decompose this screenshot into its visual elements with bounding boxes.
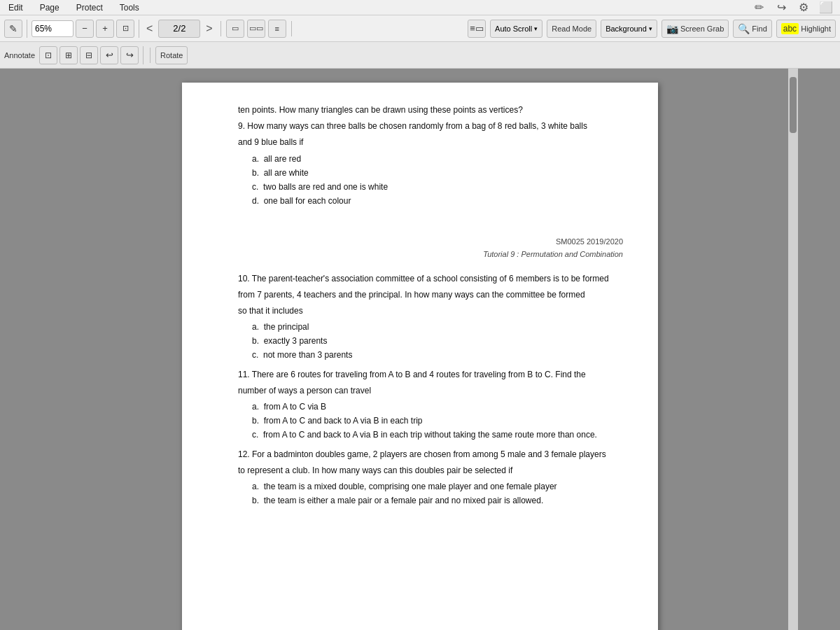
annotate-group: ✎ [4, 20, 27, 38]
q11-part-a: a. from A to C via B [252, 400, 623, 414]
menu-page[interactable]: Page [37, 2, 62, 13]
sep1 [220, 21, 221, 36]
q12-part-a: a. the team is a mixed double, comprisin… [252, 480, 623, 493]
top-icon-redo[interactable]: ↪ [773, 0, 790, 16]
zoom-group: 65% − + ⊡ [31, 20, 139, 38]
q10-text3: so that it includes [238, 304, 623, 318]
q10-text: 10. The parent-teacher's association com… [238, 272, 623, 286]
q10-part-b: b. exactly 3 parents [252, 335, 623, 348]
annot-undo-btn[interactable]: ↩ [100, 46, 118, 64]
annotate-label: Annotate [4, 51, 35, 59]
zoom-in-btn[interactable]: + [96, 20, 114, 38]
annotate-tools-group: ⊡ ⊞ ⊟ ↩ ↪ [39, 46, 144, 64]
zoom-out-btn[interactable]: − [76, 20, 94, 38]
page-next-btn[interactable]: > [203, 22, 215, 35]
question-12: 12. For a badminton doubles game, 2 play… [238, 448, 623, 508]
q11-part-b: b. from A to C and back to A via B in ea… [252, 414, 623, 428]
screen-grab-btn[interactable]: 📷 Screen Grab [662, 20, 729, 38]
annot-redo-btn[interactable]: ↪ [120, 46, 139, 64]
q9-text2: and 9 blue balls if [238, 136, 623, 149]
background-arrow-icon: ▾ [649, 25, 652, 32]
page-prev-btn[interactable]: < [144, 22, 155, 35]
highlight-btn[interactable]: abc Highlight [776, 20, 836, 38]
q10-text2: from 7 parents, 4 teachers and the princ… [238, 288, 623, 302]
q12-text2: to represent a club. In how many ways ca… [238, 464, 623, 477]
page-nav-display: 2/2 [158, 20, 200, 38]
menu-tools[interactable]: Tools [117, 2, 142, 13]
footer-code: SM0025 2019/2020 [238, 236, 623, 248]
menu-bar: Edit Page Protect Tools ✏ ↪ ⚙ ⬜ [0, 0, 840, 15]
top-icon-settings[interactable]: ⚙ [795, 0, 812, 16]
q11-text: 11. There are 6 routes for traveling fro… [238, 368, 623, 382]
q9-text: 9. How many ways can three balls be chos… [238, 120, 623, 133]
top-icon-fullscreen[interactable]: ⬜ [818, 0, 834, 16]
annot-copy-btn[interactable]: ⊞ [59, 46, 78, 64]
q9-part-a: a. all are red [252, 153, 623, 166]
fit-page-btn[interactable]: ⊡ [116, 20, 134, 38]
main-area: ten points. How many triangles can be dr… [0, 69, 840, 630]
document-background: ten points. How many triangles can be dr… [0, 69, 840, 630]
question-9: 9. How many ways can three balls be chos… [238, 120, 623, 208]
zoom-display[interactable]: 65% [31, 20, 74, 37]
menu-edit[interactable]: Edit [6, 2, 26, 13]
auto-scroll-btn[interactable]: Auto Scroll ▾ [490, 20, 542, 38]
background-btn[interactable]: Background ▾ [601, 20, 657, 38]
q9-part-d: d. one ball for each colour [252, 195, 623, 208]
dual-page-btn[interactable]: ▭▭ [247, 20, 265, 38]
auto-scroll-arrow-icon: ▾ [534, 25, 538, 32]
menu-protect[interactable]: Protect [74, 2, 106, 13]
doc-content: ten points. How many triangles can be dr… [238, 104, 623, 507]
scroll-thumb[interactable] [790, 77, 797, 133]
footer-title: Tutorial 9 : Permutation and Combination [238, 248, 623, 261]
find-btn[interactable]: 🔍 Find [733, 20, 771, 38]
q12-part-b: b. the team is either a male pair or a f… [252, 494, 623, 507]
annot-select-btn[interactable]: ⊡ [39, 46, 57, 64]
intro-text: ten points. How many triangles can be dr… [238, 104, 623, 117]
top-icon-edit[interactable]: ✏ [750, 0, 767, 16]
annot-paste-btn[interactable]: ⊟ [80, 46, 98, 64]
document-page: ten points. How many triangles can be dr… [182, 83, 658, 630]
q11-text2: number of ways a person can travel [238, 384, 623, 398]
doc-info-btn[interactable]: ≡▭ [468, 20, 486, 38]
sep2 [291, 21, 292, 36]
q9-part-b: b. all are white [252, 167, 623, 180]
doc-footer: SM0025 2019/2020 Tutorial 9 : Permutatio… [238, 236, 623, 260]
sep3 [150, 48, 150, 63]
question-10: 10. The parent-teacher's association com… [238, 272, 623, 363]
rotate-btn[interactable]: Rotate [155, 46, 188, 64]
continuous-btn[interactable]: ≡ [268, 20, 286, 38]
single-page-btn[interactable]: ▭ [226, 20, 244, 38]
toolbar-row2: Annotate ⊡ ⊞ ⊟ ↩ ↪ Rotate [0, 42, 840, 69]
annotate-icon[interactable]: ✎ [4, 20, 22, 38]
q12-text: 12. For a badminton doubles game, 2 play… [238, 448, 623, 461]
question-11: 11. There are 6 routes for traveling fro… [238, 368, 623, 442]
scroll-bar[interactable] [788, 69, 798, 630]
q11-part-c: c. from A to C and back to A via B in ea… [252, 428, 623, 442]
toolbar-row1: ✎ 65% − + ⊡ < 2/2 > ▭ ▭▭ ≡ ≡▭ Auto Scrol… [0, 15, 840, 42]
q9-part-c: c. two balls are red and one is white [252, 181, 623, 194]
read-mode-btn[interactable]: Read Mode [547, 20, 596, 38]
q10-part-a: a. the principal [252, 321, 623, 334]
q10-part-c: c. not more than 3 parents [252, 349, 623, 362]
